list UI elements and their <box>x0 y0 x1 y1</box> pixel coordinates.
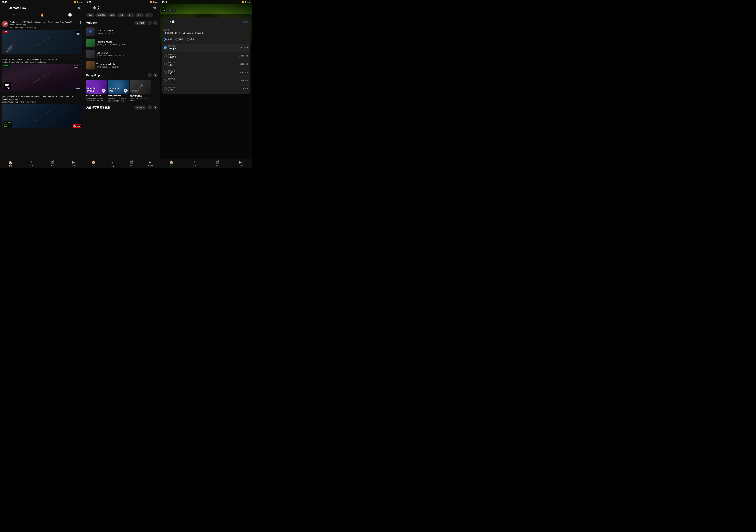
track-not-like-us[interactable]: 🎤 Not Like Us E Kendrick Lamar · Not Lik… <box>84 48 160 60</box>
mid-scroll[interactable]: 充电 轻松愉悦 摇客 健身 派对 专注 放松 为你推荐 全部播放 ‹ › 👤 <box>84 12 160 159</box>
type-audio[interactable]: 音频 <box>176 38 183 41</box>
quality-144p[interactable]: MPEG-4 144p 11.20 MB <box>162 85 250 93</box>
pump-next-arrow[interactable]: › <box>153 73 157 77</box>
download-confirm-btn[interactable]: 确定 <box>243 20 248 24</box>
download-back-btn[interactable]: ← <box>164 20 169 24</box>
mid-title: 音乐 <box>93 6 151 10</box>
radio-video-dot <box>165 39 166 40</box>
play-all-btn[interactable]: 全部播放 <box>134 21 146 25</box>
pop-play-btn[interactable]: ▶ <box>124 89 127 93</box>
size-720p: 150.53 MB <box>238 55 248 57</box>
card-hiphop[interactable]: 🎤 ALL TIME CHIP HITS 经典嗨哈金曲 Jay Z、埃米纳姆、坎… <box>130 80 151 102</box>
track-sub-2: Soothing Sounds · Relaxing Music <box>96 43 153 45</box>
nav-shorts-right[interactable]: ▶ 短视频 <box>235 160 246 167</box>
size-240p: 15.49 MB <box>240 79 248 82</box>
more-icon-dolby[interactable]: ⋮ <box>79 58 82 62</box>
radio-video-circle <box>164 38 167 41</box>
bottom-nav-mid: 🏠 主页 ♪ 音乐 🎬 电影 ▶ 短视频 <box>84 159 160 168</box>
track-more-2[interactable]: ⋮ <box>155 41 157 45</box>
thumb-dolby: 8K HDR 60 FPS ▶▶ DOLBYVISION 8:36:39 WWW… <box>2 64 82 91</box>
expand-1080[interactable]: ▾ <box>247 46 248 49</box>
nav-movie-mid[interactable]: 🎬 电影 <box>126 160 137 167</box>
chip-relax[interactable]: 轻松愉悦 <box>95 13 107 17</box>
nav-home-right[interactable]: 🏠 主页 <box>166 160 176 167</box>
next-arrow[interactable]: › <box>153 21 157 25</box>
tab-subscriptions[interactable]: ☰ <box>12 13 16 18</box>
battery-icon-mid: 🔋68% <box>152 1 157 3</box>
prev-arrow[interactable]: ‹ <box>148 21 152 25</box>
nav-home-left[interactable]: 🏠 主页 <box>5 160 16 168</box>
search-button-mid[interactable]: 🔍 <box>152 6 157 11</box>
tab-trending[interactable]: 🔥 <box>40 13 44 18</box>
rec-video-play-all[interactable]: 全部播放 <box>134 106 146 110</box>
track-title-3: Not Like Us <box>96 52 153 54</box>
video-item-nasa[interactable]: NSF Starbase Live: 24/7 Starship & Super… <box>0 19 84 57</box>
track-tennessee[interactable]: Tennessee Whiskey Chris Stapleton · Trav… <box>84 60 160 71</box>
chip-chill[interactable]: 放松 <box>145 13 153 17</box>
thumb-relaxing <box>86 39 95 47</box>
quality-720p60[interactable]: MPEG-4 720p60 150.53 MB <box>162 52 250 60</box>
nav-home-mid[interactable]: 🏠 主页 <box>88 160 99 167</box>
more-icon-cyberpunk[interactable]: ⋮ <box>79 95 82 98</box>
rec-video-next[interactable]: › <box>153 105 157 110</box>
chip-rock[interactable]: 摇客 <box>108 13 116 17</box>
thumb-not-like-us: 🎤 <box>86 50 95 58</box>
video-item-cyberpunk[interactable]: [8K] Cyberpunk 2077: Ultra Path Tracing … <box>0 94 84 131</box>
duration-cyberpunk: 8:31 <box>76 125 81 127</box>
thumb-cyberpunk: GEFORCE RTX 4090 8KULTRA HD 8:31 WWW.ABS… <box>2 104 82 128</box>
quality-240p[interactable]: MPEG-4 240p 15.49 MB <box>162 76 250 85</box>
music-icon: ♪ <box>31 160 32 164</box>
track-more-4[interactable]: ⋮ <box>155 64 157 67</box>
chip-focus[interactable]: 专注 <box>136 13 144 17</box>
chip-party[interactable]: 派对 <box>126 13 135 17</box>
size-480p: 35.09 MB <box>240 63 248 65</box>
phonk-play-btn[interactable]: ▶ <box>102 89 105 93</box>
type-subtitle[interactable]: 字幕 <box>187 38 195 41</box>
nav-music-left[interactable]: ♪ 音乐 <box>26 160 37 167</box>
track-in-the-air[interactable]: 👤 In the Air Tonight Phil Collins · Face… <box>84 26 160 37</box>
size-144p: 11.20 MB <box>240 88 248 90</box>
battery-icon: 🔋68% <box>77 1 82 3</box>
status-icons-left: 📶 🔋68% <box>74 1 82 3</box>
movie-icon: 🎬 <box>51 160 54 164</box>
track-more-3[interactable]: ⋮ <box>155 52 157 56</box>
nav-music-right[interactable]: ♪ 音乐 <box>189 160 200 167</box>
video-item-dolby[interactable]: BEST OF DOLBY ATMOS | Dolby Vision HDR 8… <box>0 57 84 94</box>
duration-dolby: 8:36:39 <box>74 88 81 90</box>
nav-shorts-mid[interactable]: ▶ 短视频 <box>145 160 155 167</box>
rec-video-prev[interactable]: ‹ <box>148 105 152 110</box>
tab-history[interactable]: 🕐 <box>68 13 72 18</box>
track-relaxing[interactable]: Relaxing Music Soothing Sounds · Relaxin… <box>84 37 160 48</box>
chip-charge[interactable]: 充电 <box>86 13 94 17</box>
trending-icon: 🔥 <box>40 13 44 17</box>
mid-panel: 18:15 📶 🔋68% ← 音乐 🔍 充电 轻松愉悦 摇客 健身 派对 专注 … <box>84 0 160 168</box>
track-more-1[interactable]: ⋮ <box>155 30 157 34</box>
pump-prev-arrow[interactable]: ‹ <box>148 73 152 77</box>
menu-button[interactable]: ☰ <box>2 6 7 11</box>
nav-movie-left[interactable]: 🎬 电影 <box>47 160 58 167</box>
more-icon-nasa[interactable]: ⋮ <box>79 21 82 24</box>
nav-movie-right[interactable]: 🎬 电影 <box>212 160 223 167</box>
quality-360p[interactable]: MPEG-4 360p 37.42 MB <box>162 68 250 76</box>
subscriptions-icon: ☰ <box>13 13 15 17</box>
video-title-nasa: Starbase Live: 24/7 Starship & Super Hea… <box>10 21 78 26</box>
chip-fitness[interactable]: 健身 <box>118 13 125 17</box>
radio-144p <box>164 87 167 90</box>
card-brazilian-phonk[interactable]: BrazilianPhonk ▶ Brazilian Phonk Crazy M… <box>86 80 107 102</box>
recommended-section-header: 为你推荐 全部播放 ‹ › <box>84 19 160 26</box>
time-mid: 18:15 <box>86 1 91 3</box>
dolby-badge: ▶▶ DOLBY VISION <box>74 31 81 35</box>
nav-shorts-left[interactable]: ▶ 短视频 <box>68 160 79 167</box>
hiphop-card-title: 经典嗨哈金曲 <box>130 94 151 97</box>
download-type-row: 视频 音频 字幕 <box>162 36 250 43</box>
track-title-4: Tennessee Whiskey <box>96 63 153 66</box>
type-video[interactable]: 视频 <box>164 38 172 41</box>
nav-music-mid[interactable]: ♪ 音乐 <box>107 160 118 167</box>
quality-1080p60[interactable]: MPEG-4 1080p60 272.62 MB ▾ <box>162 43 250 52</box>
back-button-mid[interactable]: ← <box>86 6 91 11</box>
download-title: 下载 <box>169 20 243 24</box>
card-pump-pop[interactable]: Pump-UpPop ▶ Pump-Up Pop 杜阿利帕、卡尔文·哈里斯、烟鬼… <box>108 80 129 102</box>
pump-title: Pump it up <box>86 74 100 77</box>
quality-480p[interactable]: MPEG-4 480p 35.09 MB <box>162 60 250 68</box>
search-button-left[interactable]: 🔍 <box>77 6 82 11</box>
